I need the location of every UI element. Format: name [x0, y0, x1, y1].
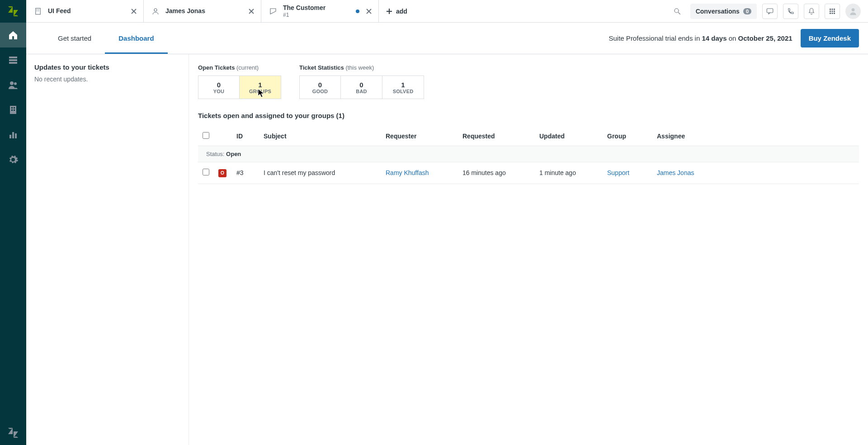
tab-james-jonas[interactable]: James Jonas: [144, 0, 261, 22]
conversations-button[interactable]: Conversations 0: [690, 4, 757, 19]
user-icon: [151, 7, 160, 16]
open-tickets-label: Open Tickets: [198, 64, 235, 71]
svg-rect-2: [9, 62, 17, 64]
ticket-stats-label: Ticket Statistics: [299, 64, 344, 71]
col-assignee[interactable]: Assignee: [652, 127, 859, 146]
bar-chart-icon: [8, 129, 19, 140]
bell-icon: [807, 7, 816, 15]
nav-rail: [0, 0, 26, 445]
svg-rect-1: [9, 59, 17, 61]
section-title: Tickets open and assigned to your groups…: [198, 112, 859, 119]
stat-solved[interactable]: 1 SOLVED: [382, 76, 424, 99]
status-label: Status:: [206, 151, 226, 157]
close-icon[interactable]: [247, 7, 255, 15]
apps-icon: [828, 7, 836, 15]
col-updated[interactable]: Updated: [535, 127, 603, 146]
add-label: add: [396, 8, 407, 15]
nav-reporting[interactable]: [0, 122, 26, 147]
buy-zendesk-button[interactable]: Buy Zendesk: [801, 29, 859, 47]
table-row[interactable]: O #3 I can't reset my password Ramy Khuf…: [198, 162, 859, 184]
table-header-row: ID Subject Requester Requested Updated G…: [198, 127, 859, 146]
cell-assignee[interactable]: James Jonas: [657, 169, 694, 176]
col-group[interactable]: Group: [603, 127, 652, 146]
status-value: Open: [226, 151, 241, 157]
tab-ui-feed[interactable]: UI Feed: [26, 0, 144, 22]
tab-dashboard[interactable]: Dashboard: [105, 22, 167, 54]
main-panel: Open Tickets (current) 0 YOU 1 GROUPS: [189, 54, 868, 445]
cell-id: #3: [232, 162, 259, 184]
nav-admin[interactable]: [0, 147, 26, 172]
tab-get-started[interactable]: Get started: [44, 22, 105, 54]
close-icon[interactable]: [130, 7, 138, 15]
ticket-statistics-group: Ticket Statistics (this week) 0 GOOD 0 B…: [299, 64, 424, 99]
apps-button[interactable]: [825, 4, 840, 19]
zendesk-logo[interactable]: [0, 0, 26, 23]
col-requester[interactable]: Requester: [381, 127, 458, 146]
svg-rect-12: [15, 133, 17, 138]
stat-lbl: GROUPS: [249, 89, 271, 94]
nav-organizations[interactable]: [0, 97, 26, 122]
stat-lbl: YOU: [213, 89, 225, 94]
nav-customers[interactable]: [0, 72, 26, 97]
svg-rect-8: [11, 109, 13, 111]
nav-home[interactable]: [0, 23, 26, 47]
trial-text: Suite Professional trial ends in 14 days…: [609, 34, 793, 42]
svg-rect-38: [834, 13, 835, 14]
tab-the-customer[interactable]: The Customer #1: [261, 0, 379, 22]
cell-requester[interactable]: Ramy Khuffash: [386, 169, 429, 176]
col-id[interactable]: ID: [232, 127, 259, 146]
trial-days: 14 days: [702, 34, 726, 42]
stat-you[interactable]: 0 YOU: [198, 76, 240, 99]
svg-point-20: [154, 9, 157, 11]
building-icon: [33, 7, 42, 16]
row-checkbox[interactable]: [203, 169, 209, 175]
stat-num: 0: [359, 81, 363, 89]
svg-rect-36: [830, 13, 831, 14]
cell-group[interactable]: Support: [607, 169, 629, 176]
svg-rect-7: [14, 107, 15, 109]
stat-num: 1: [401, 81, 405, 89]
stat-groups[interactable]: 1 GROUPS: [240, 76, 281, 99]
tab-title: James Jonas: [165, 7, 205, 15]
col-subject[interactable]: Subject: [259, 127, 381, 146]
notifications-button[interactable]: [804, 4, 819, 19]
trial-prefix: Suite Professional trial ends in: [609, 34, 702, 42]
svg-rect-35: [834, 10, 835, 12]
stat-bad[interactable]: 0 BAD: [341, 76, 382, 99]
stat-lbl: GOOD: [312, 89, 328, 94]
svg-point-4: [14, 82, 17, 85]
svg-rect-31: [832, 9, 833, 10]
cell-requested: 16 minutes ago: [458, 162, 535, 184]
phone-button[interactable]: [783, 4, 798, 19]
banner-right: Suite Professional trial ends in 14 days…: [609, 22, 859, 54]
svg-rect-16: [37, 10, 38, 11]
close-icon[interactable]: [365, 7, 373, 15]
select-all-checkbox[interactable]: [203, 132, 209, 139]
stat-row: Open Tickets (current) 0 YOU 1 GROUPS: [198, 64, 859, 99]
svg-point-27: [675, 9, 679, 13]
svg-rect-30: [830, 9, 831, 10]
svg-rect-32: [834, 9, 835, 10]
zendesk-mark[interactable]: [0, 420, 26, 445]
nav-views[interactable]: [0, 47, 26, 72]
updates-heading: Updates to your tickets: [34, 63, 180, 71]
content: Updates to your tickets No recent update…: [26, 54, 868, 445]
building-icon: [8, 104, 19, 115]
svg-rect-34: [832, 10, 833, 12]
chat-button[interactable]: [762, 4, 778, 19]
add-tab-button[interactable]: add: [379, 0, 415, 22]
svg-point-39: [852, 8, 855, 11]
user-icon: [849, 7, 858, 16]
svg-rect-9: [14, 109, 15, 111]
svg-rect-5: [10, 106, 16, 114]
col-requested[interactable]: Requested: [458, 127, 535, 146]
gear-icon: [8, 154, 19, 165]
tickets-table: ID Subject Requester Requested Updated G…: [198, 127, 859, 184]
svg-rect-17: [38, 10, 39, 11]
stat-num: 0: [318, 81, 322, 89]
stat-good[interactable]: 0 GOOD: [299, 76, 341, 99]
avatar[interactable]: [845, 4, 861, 19]
search-button[interactable]: [670, 4, 685, 19]
search-icon: [673, 7, 681, 15]
status-row: Status: Open: [198, 146, 859, 162]
